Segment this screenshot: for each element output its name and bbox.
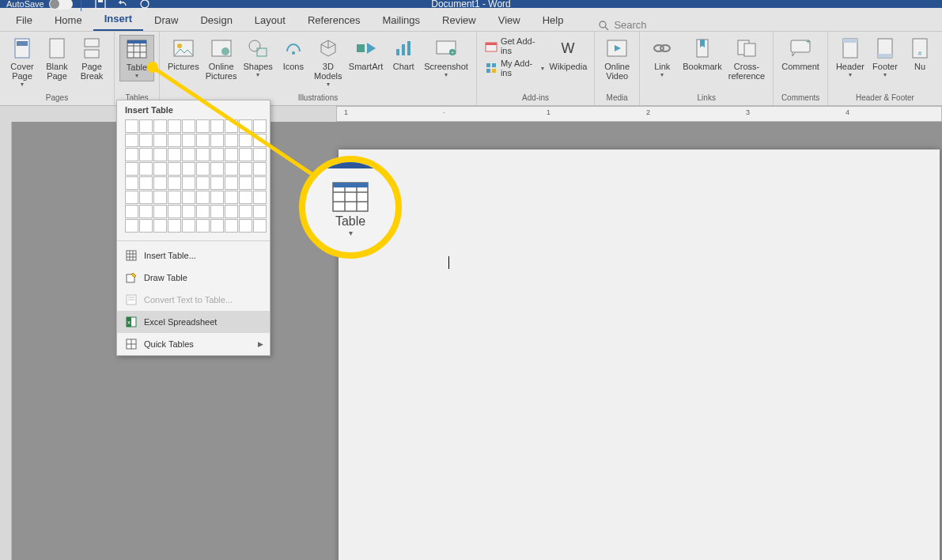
bookmark-button[interactable]: Bookmark — [679, 35, 725, 82]
grid-cell[interactable] — [168, 134, 181, 147]
wikipedia-button[interactable]: W Wikipedia — [547, 35, 590, 79]
grid-cell[interactable] — [153, 134, 167, 147]
grid-cell[interactable] — [125, 162, 138, 176]
grid-cell[interactable] — [225, 176, 238, 190]
grid-cell[interactable] — [210, 148, 224, 161]
grid-cell[interactable] — [210, 134, 224, 147]
grid-cell[interactable] — [196, 176, 210, 190]
grid-cell[interactable] — [196, 134, 210, 147]
quick-tables-item[interactable]: Quick Tables ▶ — [117, 333, 270, 355]
page[interactable] — [339, 149, 940, 560]
grid-cell[interactable] — [239, 191, 252, 204]
tab-view[interactable]: View — [487, 9, 532, 31]
grid-cell[interactable] — [210, 162, 224, 176]
tab-draw[interactable]: Draw — [143, 9, 189, 31]
page-number-button[interactable]: # Nu — [902, 35, 937, 80]
grid-cell[interactable] — [139, 134, 153, 147]
grid-cell[interactable] — [239, 162, 252, 176]
icons-button[interactable]: Icons — [276, 35, 311, 89]
footer-button[interactable]: Footer▾ — [868, 35, 902, 80]
grid-cell[interactable] — [168, 119, 181, 133]
grid-cell[interactable] — [168, 191, 181, 204]
cover-page-button[interactable]: CoverPage▾ — [5, 35, 40, 89]
grid-cell[interactable] — [210, 191, 224, 204]
grid-cell[interactable] — [182, 176, 195, 190]
blank-page-button[interactable]: BlankPage — [40, 35, 74, 89]
grid-cell[interactable] — [196, 191, 210, 204]
grid-cell[interactable] — [253, 205, 267, 218]
smartart-button[interactable]: SmartArt — [346, 35, 386, 89]
vertical-ruler[interactable] — [0, 122, 12, 560]
grid-cell[interactable] — [253, 162, 267, 176]
grid-cell[interactable] — [225, 219, 238, 233]
grid-cell[interactable] — [196, 162, 210, 176]
grid-cell[interactable] — [139, 148, 153, 161]
screenshot-button[interactable]: + Screenshot▾ — [421, 35, 471, 89]
grid-cell[interactable] — [153, 219, 167, 233]
tell-me-search[interactable]: Search — [598, 19, 646, 31]
get-addins-button[interactable]: Get Add-ins — [482, 35, 547, 57]
grid-cell[interactable] — [125, 119, 138, 133]
grid-cell[interactable] — [182, 148, 195, 161]
pictures-button[interactable]: Pictures — [165, 35, 202, 89]
grid-cell[interactable] — [139, 219, 153, 233]
link-button[interactable]: Link▾ — [645, 35, 679, 82]
grid-cell[interactable] — [168, 219, 181, 233]
grid-cell[interactable] — [253, 191, 267, 204]
grid-cell[interactable] — [139, 162, 153, 176]
grid-cell[interactable] — [239, 219, 252, 233]
grid-cell[interactable] — [253, 219, 267, 233]
grid-cell[interactable] — [153, 176, 167, 190]
grid-cell[interactable] — [139, 176, 153, 190]
grid-cell[interactable] — [225, 134, 238, 147]
tab-file[interactable]: File — [5, 9, 44, 31]
grid-cell[interactable] — [182, 205, 195, 218]
tab-help[interactable]: Help — [532, 9, 575, 31]
grid-cell[interactable] — [210, 119, 224, 133]
grid-cell[interactable] — [125, 219, 138, 233]
tab-references[interactable]: References — [297, 9, 371, 31]
grid-cell[interactable] — [125, 176, 138, 190]
grid-cell[interactable] — [196, 119, 210, 133]
tab-review[interactable]: Review — [431, 9, 487, 31]
grid-cell[interactable] — [239, 134, 252, 147]
tab-insert[interactable]: Insert — [93, 8, 143, 31]
grid-cell[interactable] — [153, 119, 167, 133]
grid-cell[interactable] — [253, 134, 267, 147]
grid-cell[interactable] — [210, 219, 224, 233]
grid-cell[interactable] — [253, 176, 267, 190]
grid-cell[interactable] — [182, 119, 195, 133]
grid-cell[interactable] — [125, 205, 138, 218]
grid-cell[interactable] — [153, 191, 167, 204]
grid-cell[interactable] — [225, 205, 238, 218]
grid-cell[interactable] — [182, 162, 195, 176]
grid-cell[interactable] — [153, 205, 167, 218]
comment-button[interactable]: + Comment — [778, 35, 823, 73]
online-pictures-button[interactable]: OnlinePictures — [202, 35, 240, 89]
grid-cell[interactable] — [139, 119, 153, 133]
grid-cell[interactable] — [225, 119, 238, 133]
tab-mailings[interactable]: Mailings — [371, 9, 431, 31]
header-button[interactable]: Header▾ — [833, 35, 868, 80]
grid-cell[interactable] — [125, 191, 138, 204]
insert-table-item[interactable]: Insert Table... — [117, 244, 270, 267]
grid-cell[interactable] — [196, 219, 210, 233]
grid-cell[interactable] — [139, 191, 153, 204]
grid-cell[interactable] — [125, 134, 138, 147]
grid-cell[interactable] — [168, 162, 181, 176]
grid-cell[interactable] — [182, 219, 195, 233]
grid-cell[interactable] — [168, 176, 181, 190]
page-break-button[interactable]: PageBreak — [74, 35, 109, 89]
grid-cell[interactable] — [182, 134, 195, 147]
draw-table-item[interactable]: Draw Table — [117, 267, 270, 289]
grid-cell[interactable] — [225, 148, 238, 161]
grid-cell[interactable] — [239, 148, 252, 161]
grid-cell[interactable] — [225, 162, 238, 176]
chart-button[interactable]: Chart — [386, 35, 421, 89]
table-size-grid[interactable] — [117, 119, 270, 237]
grid-cell[interactable] — [225, 191, 238, 204]
grid-cell[interactable] — [125, 148, 138, 161]
shapes-button[interactable]: Shapes▾ — [240, 35, 276, 89]
tab-home[interactable]: Home — [44, 9, 93, 31]
grid-cell[interactable] — [239, 176, 252, 190]
